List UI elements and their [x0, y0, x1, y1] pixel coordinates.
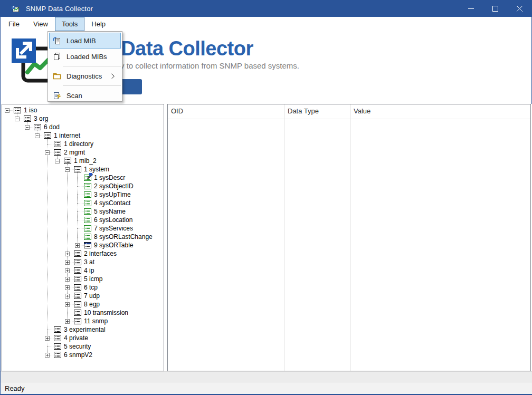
tree-node-1-iso[interactable]: 1 iso	[24, 106, 37, 114]
tree-connector-line	[77, 229, 78, 237]
tree-node-9-sysORTable[interactable]: 9 sysORTable	[94, 241, 133, 249]
column-header-data-type[interactable]: Data Type	[288, 107, 319, 115]
tree-connector-line	[47, 330, 53, 330]
menubar-item-file[interactable]: File	[2, 17, 26, 31]
table-green-icon	[84, 191, 91, 198]
tree-connector-line	[47, 153, 48, 330]
minimize-button[interactable]	[459, 1, 483, 17]
tree-node-2-interfaces[interactable]: 2 interfaces	[84, 249, 117, 258]
tree-expand-icon[interactable]	[65, 268, 70, 273]
menu-item-scan[interactable]: Scan	[49, 88, 121, 103]
window-controls	[459, 1, 531, 17]
tree-collapse-icon[interactable]	[25, 125, 30, 130]
table-icon	[14, 107, 21, 113]
oid-list-panel[interactable]: OIDData TypeValue	[167, 104, 531, 371]
tree-collapse-icon[interactable]	[15, 117, 20, 121]
menu-item-load-mib[interactable]: Load MIB	[49, 33, 121, 49]
tree-node-2-mgmt[interactable]: 2 mgmt	[64, 148, 85, 157]
tree-node-3-org[interactable]: 3 org	[34, 114, 48, 123]
menu-item-label: Load MIB	[66, 37, 96, 45]
tree-node-5-security[interactable]: 5 security	[64, 342, 91, 351]
menubar-item-help[interactable]: Help	[84, 17, 112, 31]
tree-expand-icon[interactable]	[65, 285, 70, 290]
tree-expand-icon[interactable]	[65, 252, 70, 256]
tree-node-4-private[interactable]: 4 private	[64, 334, 88, 342]
tree-node-8-egp[interactable]: 8 egp	[84, 300, 100, 309]
loaded-mibs-icon	[53, 52, 61, 61]
tree-collapse-icon[interactable]	[65, 167, 70, 172]
menu-item-label: Scan	[66, 92, 82, 100]
page-subtitle: A utility to collect information from SN…	[99, 61, 299, 70]
mib-tree-panel[interactable]: 1 iso3 org6 dod1 internet1 directory2 mg…	[2, 104, 164, 371]
maximize-button[interactable]	[483, 1, 507, 17]
tree-connector-line	[77, 186, 83, 187]
tree-node-7-sysServices[interactable]: 7 sysServices	[94, 224, 133, 233]
tree-connector-line	[77, 228, 83, 229]
table-icon	[54, 343, 61, 350]
list-header-divider	[168, 119, 530, 119]
column-separator[interactable]	[284, 104, 285, 371]
tree-node-1-internet[interactable]: 1 internet	[54, 131, 80, 140]
tree-connector-line	[47, 144, 53, 144]
menu-item-label: Loaded MIBs	[66, 53, 107, 61]
tree-node-7-udp[interactable]: 7 udp	[84, 292, 100, 300]
submenu-arrow-icon	[111, 73, 115, 80]
tree-expand-icon[interactable]	[75, 243, 80, 248]
tree-node-1-directory[interactable]: 1 directory	[64, 140, 93, 148]
tree-expand-icon[interactable]	[65, 302, 70, 307]
tree-node-8-sysORLastChange[interactable]: 8 sysORLastChange	[94, 233, 153, 241]
tree-connector-line	[77, 220, 78, 228]
tree-node-10-transmission[interactable]: 10 transmission	[84, 309, 128, 317]
table-icon	[54, 326, 61, 333]
tree-node-1-sysDescr[interactable]: 1 sysDescr	[94, 174, 125, 182]
tree-node-6-sysLocation[interactable]: 6 sysLocation	[94, 216, 132, 224]
tree-node-6-snmpV2[interactable]: 6 snmpV2	[64, 351, 92, 359]
tree-expand-icon[interactable]	[65, 319, 70, 324]
menu-item-loaded-mibs[interactable]: Loaded MIBs	[49, 49, 121, 64]
table-icon	[54, 149, 61, 156]
load-mib-icon	[53, 36, 61, 45]
tree-collapse-icon[interactable]	[45, 150, 50, 155]
tools-dropdown-menu: Load MIBLoaded MIBsDiagnosticsScan	[48, 31, 122, 102]
menubar-item-view[interactable]: View	[26, 17, 55, 31]
menu-item-diagnostics[interactable]: Diagnostics	[49, 68, 121, 84]
tree-node-3-experimental[interactable]: 3 experimental	[64, 325, 106, 334]
column-header-oid[interactable]: OID	[171, 107, 183, 115]
tree-connector-line	[77, 212, 78, 220]
tree-collapse-icon[interactable]	[5, 108, 10, 113]
tree-connector-line	[77, 220, 83, 220]
tree-node-1-mib_2[interactable]: 1 mib_2	[74, 157, 97, 165]
tree-node-6-tcp[interactable]: 6 tcp	[84, 283, 98, 292]
tree-node-3-at[interactable]: 3 at	[84, 258, 94, 266]
tree-collapse-icon[interactable]	[55, 159, 60, 163]
tree-node-5-sysName[interactable]: 5 sysName	[94, 207, 126, 216]
tree-expand-icon[interactable]	[65, 260, 70, 265]
tree-collapse-icon[interactable]	[35, 133, 40, 138]
tree-node-4-ip[interactable]: 4 ip	[84, 266, 94, 275]
tree-connector-line	[47, 139, 48, 144]
chart-app-icon	[11, 5, 20, 13]
tree-expand-icon[interactable]	[65, 277, 70, 282]
minimize-icon	[468, 4, 474, 14]
tree-node-5-icmp[interactable]: 5 icmp	[84, 275, 102, 283]
table-green-icon	[84, 234, 91, 240]
tree-expand-icon[interactable]	[45, 353, 50, 358]
tree-node-11-snmp[interactable]: 11 snmp	[84, 317, 108, 325]
table-green-icon	[84, 200, 91, 206]
close-button[interactable]	[507, 1, 531, 17]
tree-node-1-system[interactable]: 1 system	[84, 165, 109, 174]
tree-node-3-sysUpTime[interactable]: 3 sysUpTime	[94, 190, 131, 199]
tree-node-2-sysObjectID[interactable]: 2 sysObjectID	[94, 182, 134, 190]
tree-expand-icon[interactable]	[65, 294, 70, 298]
tree-connector-line	[77, 211, 83, 212]
menubar-item-tools[interactable]: Tools	[55, 17, 84, 31]
menubar: FileViewToolsHelp	[1, 17, 531, 31]
column-header-value[interactable]: Value	[354, 107, 370, 115]
table-icon	[74, 276, 81, 282]
tree-node-4-sysContact[interactable]: 4 sysContact	[94, 199, 130, 207]
edit-icon	[84, 175, 91, 181]
table-icon	[44, 132, 51, 139]
column-separator[interactable]	[350, 104, 351, 371]
tree-node-6-dod[interactable]: 6 dod	[44, 123, 60, 131]
tree-expand-icon[interactable]	[45, 336, 50, 341]
